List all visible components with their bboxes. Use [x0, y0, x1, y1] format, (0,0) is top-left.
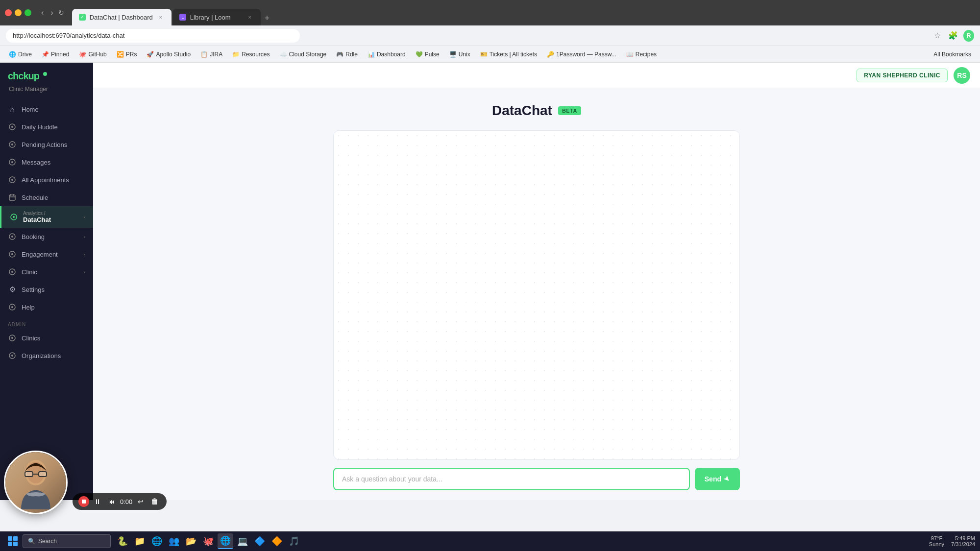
weather-desc: Sunny [929, 541, 944, 547]
clinic-badge[interactable]: RYAN SHEPHERD CLINIC [857, 69, 948, 82]
browser-chrome: ‹ › ↻ ✓ DataChat | Dashboard × L Library… [0, 0, 980, 25]
window-maximize-button[interactable] [24, 9, 31, 16]
bookmark-recipes-label: Recipes [636, 51, 657, 58]
chat-input-row: Send ➤ [333, 468, 740, 490]
svg-rect-26 [39, 472, 47, 477]
start-button[interactable] [5, 533, 21, 549]
bookmark-dashboard[interactable]: 📊 Dashboard [364, 49, 410, 59]
extension-icon[interactable]: 🧩 [948, 30, 958, 41]
bookmark-pinned[interactable]: 📌 Pinned [38, 49, 73, 59]
nav-label-clinic: Clinic [22, 268, 37, 276]
clinic-manager-label: Clinic Manager [1, 86, 93, 96]
help-icon [8, 303, 17, 311]
taskbar-app-dotnet[interactable]: 🔷 [252, 533, 268, 549]
taskbar-app-files[interactable]: 📁 [132, 533, 147, 549]
chat-input[interactable] [333, 468, 690, 490]
engagement-icon [8, 250, 17, 259]
app-container: chckup Clinic Manager ⌂ Home Daily Huddl… [0, 63, 980, 500]
tab-favicon-loom: L [179, 14, 186, 21]
svg-point-12 [11, 236, 13, 238]
sidebar-item-home[interactable]: ⌂ Home [0, 100, 93, 118]
taskbar-app-extra[interactable]: 🔶 [269, 533, 285, 549]
page-title: DataChat [492, 103, 552, 119]
loom-pause-button[interactable]: ⏸ [92, 496, 103, 507]
sidebar-item-help[interactable]: Help [0, 298, 93, 316]
analytics-icon [9, 213, 18, 221]
sidebar-item-all-appointments[interactable]: All Appointments [0, 171, 93, 189]
taskbar-app-vscode[interactable]: 💻 [235, 533, 250, 549]
bookmark-unix[interactable]: 🖥️ Unix [445, 49, 474, 59]
sidebar-item-analytics-datachat[interactable]: Analytics / DataChat › [0, 206, 93, 228]
bookmark-github[interactable]: 🐙 GitHub [75, 49, 110, 59]
svg-point-18 [11, 306, 13, 308]
sidebar-item-clinic[interactable]: Clinic › [0, 263, 93, 281]
chat-title-area: DataChat BETA [492, 103, 581, 119]
loom-time-display: 0:00 [120, 498, 132, 505]
sidebar-item-organizations[interactable]: Organizations [0, 347, 93, 364]
tab-close-loom[interactable]: × [246, 13, 254, 21]
home-icon: ⌂ [8, 105, 17, 114]
address-actions: ☆ 🧩 R [932, 30, 974, 41]
user-avatar[interactable]: RS [954, 67, 970, 84]
url-input[interactable] [6, 29, 300, 43]
bookmark-1password[interactable]: 🔑 1Password — Passw... [543, 49, 620, 59]
bookmark-tickets[interactable]: 🎫 Tickets | All tickets [476, 49, 541, 59]
taskbar-app-browser[interactable]: 🌐 [149, 533, 165, 549]
tab-close-datachat[interactable]: × [157, 13, 165, 21]
profile-icon[interactable]: R [963, 30, 974, 41]
settings-icon: ⚙ [8, 285, 17, 294]
sidebar-item-engagement[interactable]: Engagement › [0, 245, 93, 263]
new-tab-button[interactable]: + [261, 13, 274, 24]
bookmark-cloud-storage[interactable]: ☁️ Cloud Storage [276, 49, 331, 59]
window-close-button[interactable] [5, 9, 12, 16]
address-bar: ☆ 🧩 R [0, 25, 980, 46]
loom-delete-button[interactable]: 🗑 [149, 496, 161, 507]
taskbar-app-teams[interactable]: 👥 [166, 533, 182, 549]
bookmark-prs[interactable]: 🔀 PRs [113, 49, 141, 59]
taskbar-app-github-desktop[interactable]: 🐙 [200, 533, 216, 549]
send-button[interactable]: Send ➤ [695, 468, 740, 490]
loom-rewind-button[interactable]: ⏮ [106, 496, 118, 507]
bookmark-apollo[interactable]: 🚀 Apollo Studio [143, 49, 195, 59]
svg-rect-30 [13, 542, 18, 546]
taskbar-app-chrome[interactable]: 🌐 [218, 533, 233, 549]
svg-rect-29 [8, 542, 12, 546]
taskbar-search-box[interactable]: 🔍 Search [23, 534, 111, 548]
sidebar-item-clinics[interactable]: Clinics [0, 329, 93, 347]
bookmark-resources[interactable]: 📁 Resources [228, 49, 273, 59]
sidebar-item-pending-actions[interactable]: Pending Actions [0, 136, 93, 153]
bookmark-tickets-label: Tickets | All tickets [490, 51, 537, 58]
sidebar-item-booking[interactable]: Booking › [0, 228, 93, 245]
bookmark-jira-label: JIRA [210, 51, 222, 58]
search-icon: 🔍 [28, 538, 35, 545]
bookmark-drive[interactable]: 🌐 Drive [5, 49, 36, 59]
main-header: RYAN SHEPHERD CLINIC RS [93, 63, 980, 88]
all-bookmarks-button[interactable]: All Bookmarks [930, 49, 975, 59]
bookmark-rdle-icon: 🎮 [336, 51, 343, 58]
clinics-icon [8, 334, 17, 342]
bookmark-pulse[interactable]: 💚 Pulse [412, 49, 443, 59]
bookmark-github-icon: 🐙 [79, 51, 86, 58]
messages-icon [8, 158, 17, 167]
loom-stop-button[interactable] [78, 496, 89, 507]
taskbar-app-explorer[interactable]: 📂 [183, 533, 199, 549]
window-minimize-button[interactable] [15, 9, 22, 16]
sidebar-item-schedule[interactable]: Schedule [0, 189, 93, 206]
back-button[interactable]: ‹ [39, 7, 46, 18]
tab-loom[interactable]: L Library | Loom × [172, 9, 261, 25]
nav-label-settings: Settings [22, 286, 45, 293]
bookmark-rdle[interactable]: 🎮 Rdle [332, 49, 362, 59]
sidebar-item-settings[interactable]: ⚙ Settings [0, 281, 93, 298]
taskbar-app-python[interactable]: 🐍 [115, 533, 130, 549]
bookmark-jira[interactable]: 📋 JIRA [196, 49, 226, 59]
sidebar-item-daily-huddle[interactable]: Daily Huddle [0, 118, 93, 136]
bookmark-star-icon[interactable]: ☆ [932, 30, 943, 41]
sidebar-item-messages[interactable]: Messages [0, 153, 93, 171]
bookmark-recipes[interactable]: 📖 Recipes [622, 49, 661, 59]
refresh-button[interactable]: ↻ [58, 7, 64, 18]
loom-forward-button[interactable]: ↩ [135, 496, 147, 507]
tab-datachat[interactable]: ✓ DataChat | Dashboard × [72, 9, 172, 25]
bookmark-1password-label: 1Password — Passw... [556, 51, 616, 58]
forward-button[interactable]: › [49, 7, 55, 18]
taskbar-app-spotify[interactable]: 🎵 [286, 533, 302, 549]
